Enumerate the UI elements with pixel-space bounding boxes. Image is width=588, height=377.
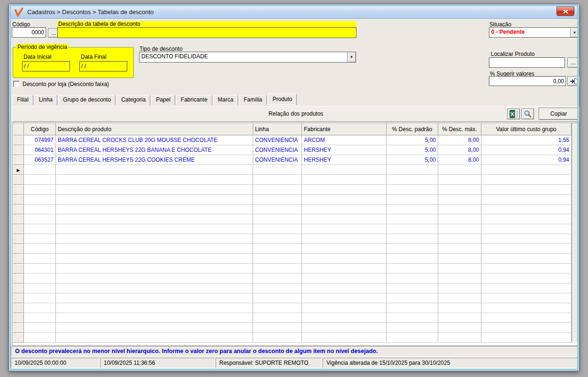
cell-valor-ultimo-custo-grupo[interactable] xyxy=(481,293,572,303)
row-selector-cell[interactable] xyxy=(13,234,24,244)
cell-valor-ultimo-custo-grupo[interactable] xyxy=(481,323,572,333)
cell--desc-max-[interactable] xyxy=(438,165,481,175)
cell-fabricante[interactable] xyxy=(302,283,387,293)
cell--desc-padrao[interactable] xyxy=(387,244,438,254)
row-selector-cell[interactable] xyxy=(13,224,24,234)
cell-valor-ultimo-custo-grupo[interactable] xyxy=(481,254,572,264)
desconto-por-loja-checkbox[interactable] xyxy=(13,81,19,87)
cell--desc-max-[interactable] xyxy=(438,214,481,224)
cell-fabricante[interactable]: HERSHEY xyxy=(302,155,387,165)
cell-linha[interactable]: CONVENIENCIA xyxy=(253,155,302,165)
cell-codigo[interactable] xyxy=(24,195,56,204)
cell--desc-max-[interactable] xyxy=(438,313,481,323)
table-row[interactable] xyxy=(13,274,578,283)
cell-descricao-do-produto[interactable] xyxy=(56,175,253,185)
cell--desc-padrao[interactable]: 5,00 xyxy=(387,155,438,165)
tab-grupo-de-desconto[interactable]: Grupo de desconto xyxy=(58,95,116,105)
row-selector-cell[interactable] xyxy=(13,254,24,264)
row-selector-cell[interactable] xyxy=(13,303,24,313)
cell-valor-ultimo-custo-grupo[interactable] xyxy=(481,175,572,185)
cell-codigo[interactable] xyxy=(24,204,56,214)
cell--desc-padrao[interactable] xyxy=(387,323,438,333)
descricao-input[interactable] xyxy=(57,27,356,38)
cell-valor-ultimo-custo-grupo[interactable] xyxy=(481,264,572,274)
cell--desc-max-[interactable] xyxy=(438,224,481,234)
cell--desc-padrao[interactable] xyxy=(387,254,438,264)
scrollbar-track[interactable] xyxy=(572,155,579,165)
localizar-produto-browse-button[interactable]: ... xyxy=(567,57,580,68)
copy-button[interactable]: Copiar xyxy=(539,108,579,120)
cell--desc-padrao[interactable] xyxy=(387,224,438,234)
cell-descricao-do-produto[interactable] xyxy=(56,204,253,214)
column-header-descricao-do-produto[interactable]: Descrição do produto xyxy=(56,123,253,135)
cell--desc-max-[interactable] xyxy=(438,264,481,274)
table-row[interactable] xyxy=(13,204,578,214)
cell-fabricante[interactable] xyxy=(302,333,387,343)
cell-valor-ultimo-custo-grupo[interactable] xyxy=(481,165,572,175)
row-selector-cell[interactable] xyxy=(13,274,24,283)
cell-codigo[interactable] xyxy=(24,244,56,254)
tipo-desconto-dropdown-icon[interactable]: ▼ xyxy=(347,52,356,62)
cell--desc-padrao[interactable]: 5,00 xyxy=(387,145,438,155)
row-selector-cell[interactable] xyxy=(13,313,24,323)
cell--desc-max-[interactable] xyxy=(438,323,481,333)
row-selector-cell[interactable] xyxy=(13,214,24,224)
cell-fabricante[interactable] xyxy=(302,195,387,204)
row-selector-cell[interactable] xyxy=(13,283,24,293)
cell-codigo[interactable] xyxy=(24,274,56,283)
situacao-dropdown-icon[interactable]: ▼ xyxy=(570,28,579,37)
codigo-input[interactable] xyxy=(12,27,46,38)
cell-descricao-do-produto[interactable] xyxy=(56,283,253,293)
column-header--desc-padrao[interactable]: % Desc. padrão xyxy=(387,123,438,135)
table-row[interactable] xyxy=(13,195,578,204)
cell-codigo[interactable] xyxy=(24,165,56,175)
table-row[interactable] xyxy=(13,303,578,313)
cell-linha[interactable] xyxy=(253,283,302,293)
cell--desc-max-[interactable] xyxy=(438,254,481,264)
row-selector-cell[interactable] xyxy=(13,244,24,254)
cell-fabricante[interactable] xyxy=(302,264,387,274)
scrollbar-track[interactable] xyxy=(572,264,579,274)
cell-fabricante[interactable] xyxy=(302,303,387,313)
cell-linha[interactable] xyxy=(253,195,302,204)
cell--desc-padrao[interactable] xyxy=(387,185,438,195)
cell-codigo[interactable] xyxy=(24,264,56,274)
scrollbar-track[interactable] xyxy=(572,274,579,283)
cell--desc-max-[interactable] xyxy=(438,283,481,293)
cell--desc-max-[interactable] xyxy=(438,234,481,244)
cell-codigo[interactable] xyxy=(24,283,56,293)
cell--desc-padrao[interactable] xyxy=(387,195,438,204)
table-row[interactable] xyxy=(13,214,578,224)
apply-sugerir-button[interactable] xyxy=(567,76,580,86)
table-row[interactable] xyxy=(13,283,578,293)
close-button[interactable] xyxy=(557,7,574,16)
cell-linha[interactable] xyxy=(253,333,302,343)
scrollbar-track[interactable] xyxy=(572,195,579,204)
table-row[interactable] xyxy=(13,293,578,303)
cell-descricao-do-produto[interactable] xyxy=(56,313,253,323)
cell-linha[interactable] xyxy=(253,254,302,264)
cell--desc-padrao[interactable] xyxy=(387,165,438,175)
cell-codigo[interactable] xyxy=(24,185,56,195)
table-row[interactable] xyxy=(13,244,578,254)
row-selector-cell[interactable] xyxy=(13,195,24,204)
table-row[interactable] xyxy=(13,323,578,333)
cell-codigo[interactable] xyxy=(24,323,56,333)
table-row[interactable] xyxy=(13,224,578,234)
search-products-button[interactable] xyxy=(521,109,534,119)
cell--desc-padrao[interactable] xyxy=(387,274,438,283)
cell-descricao-do-produto[interactable] xyxy=(56,264,253,274)
current-row-indicator[interactable]: ▶ xyxy=(13,165,24,175)
table-row[interactable]: ▶ xyxy=(13,165,578,175)
tab-linha[interactable]: Linha xyxy=(34,95,57,105)
cell--desc-padrao[interactable] xyxy=(387,283,438,293)
cell-linha[interactable] xyxy=(253,313,302,323)
cell-codigo[interactable]: 064301 xyxy=(24,145,56,155)
cell--desc-padrao[interactable] xyxy=(387,204,438,214)
scrollbar-track[interactable] xyxy=(572,204,579,214)
cell--desc-padrao[interactable] xyxy=(387,264,438,274)
table-row[interactable]: 064301BARRA CEREAL HERSHEYS 22G BANANA E… xyxy=(13,145,578,155)
cell--desc-padrao[interactable]: 5,00 xyxy=(387,135,438,145)
cell-descricao-do-produto[interactable] xyxy=(56,234,253,244)
cell-fabricante[interactable] xyxy=(302,204,387,214)
